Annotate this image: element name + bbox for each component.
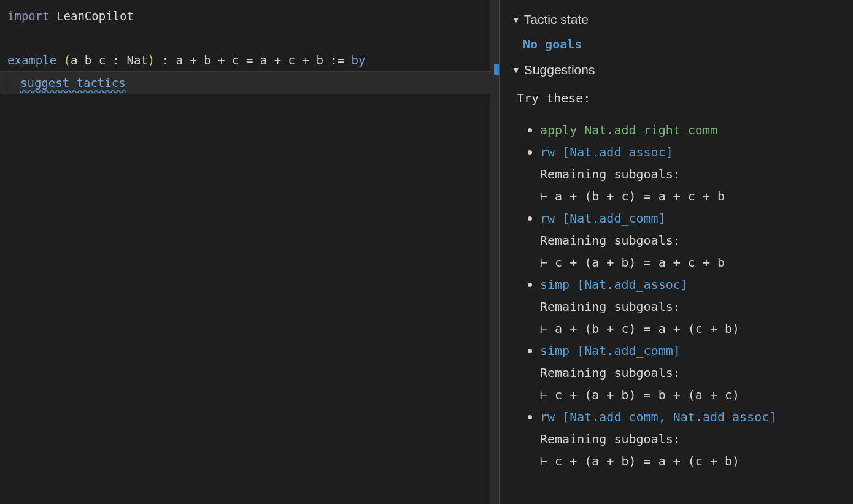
tactic-state-label: Tactic state bbox=[524, 9, 589, 31]
no-goals-text: No goals bbox=[523, 33, 841, 55]
editor-scrollbar-thumb[interactable] bbox=[494, 64, 499, 75]
code-line-2[interactable] bbox=[7, 27, 492, 49]
suggestion-item: simp [Nat.add_assoc]Remaining subgoals:⊢… bbox=[540, 273, 841, 340]
suggestion-tactic[interactable]: apply Nat.add_right_comm bbox=[540, 119, 841, 141]
subgoal: ⊢ c + (a + b) = b + (a + c) bbox=[540, 384, 841, 406]
suggestion-tactic[interactable]: rw [Nat.add_assoc] bbox=[540, 141, 841, 163]
remaining-subgoals-label: Remaining subgoals: bbox=[540, 163, 841, 185]
suggestion-item: simp [Nat.add_comm]Remaining subgoals:⊢ … bbox=[540, 340, 841, 406]
paren-open: ( bbox=[64, 53, 71, 67]
info-panel: ▼ Tactic state No goals ▼ Suggestions Tr… bbox=[499, 0, 853, 504]
tactic-suggest: suggest_tactics bbox=[20, 76, 126, 90]
suggestions-label: Suggestions bbox=[524, 59, 595, 81]
keyword-by: by bbox=[352, 53, 366, 67]
remaining-subgoals-label: Remaining subgoals: bbox=[540, 428, 841, 450]
suggestion-item: rw [Nat.add_assoc]Remaining subgoals:⊢ a… bbox=[540, 141, 841, 207]
suggestions-header[interactable]: ▼ Suggestions bbox=[512, 59, 841, 81]
suggestion-tactic[interactable]: simp [Nat.add_comm] bbox=[540, 340, 841, 362]
tactic-state-header[interactable]: ▼ Tactic state bbox=[512, 9, 841, 31]
subgoal: ⊢ c + (a + b) = a + c + b bbox=[540, 251, 841, 273]
example-body: : a + b + c = a + c + b := bbox=[155, 53, 351, 67]
remaining-subgoals-label: Remaining subgoals: bbox=[540, 229, 841, 251]
suggestion-item: rw [Nat.add_comm]Remaining subgoals:⊢ c … bbox=[540, 207, 841, 273]
params: a b c : Nat bbox=[71, 53, 148, 67]
subgoal: ⊢ c + (a + b) = a + (c + b) bbox=[540, 450, 841, 472]
suggestion-item: rw [Nat.add_comm, Nat.add_assoc]Remainin… bbox=[540, 406, 841, 472]
suggestion-tactic[interactable]: simp [Nat.add_assoc] bbox=[540, 273, 841, 296]
remaining-subgoals-label: Remaining subgoals: bbox=[540, 362, 841, 384]
suggestion-item: apply Nat.add_right_comm bbox=[540, 119, 841, 141]
remaining-subgoals-label: Remaining subgoals: bbox=[540, 296, 841, 318]
editor-pane[interactable]: import LeanCopilot example (a b c : Nat)… bbox=[0, 0, 499, 504]
suggestion-list: apply Nat.add_right_commrw [Nat.add_asso… bbox=[540, 119, 841, 472]
code-line-3[interactable]: example (a b c : Nat) : a + b + c = a + … bbox=[7, 49, 492, 71]
subgoal: ⊢ a + (b + c) = a + (c + b) bbox=[540, 318, 841, 340]
code-line-4-current[interactable]: suggest_tactics bbox=[0, 71, 499, 94]
indent-guide bbox=[9, 75, 9, 93]
subgoal: ⊢ a + (b + c) = a + c + b bbox=[540, 185, 841, 207]
try-these-label: Try these: bbox=[517, 87, 841, 109]
module-name: LeanCopilot bbox=[56, 9, 134, 23]
paren-close: ) bbox=[148, 53, 155, 67]
keyword-example: example bbox=[7, 53, 56, 67]
suggestion-tactic[interactable]: rw [Nat.add_comm, Nat.add_assoc] bbox=[540, 406, 841, 428]
caret-down-icon: ▼ bbox=[512, 59, 520, 81]
code-line-1[interactable]: import LeanCopilot bbox=[7, 5, 492, 27]
suggestion-tactic[interactable]: rw [Nat.add_comm] bbox=[540, 207, 841, 229]
caret-down-icon: ▼ bbox=[512, 9, 520, 31]
keyword-import: import bbox=[7, 9, 50, 23]
editor-scrollbar-track[interactable] bbox=[490, 0, 499, 504]
